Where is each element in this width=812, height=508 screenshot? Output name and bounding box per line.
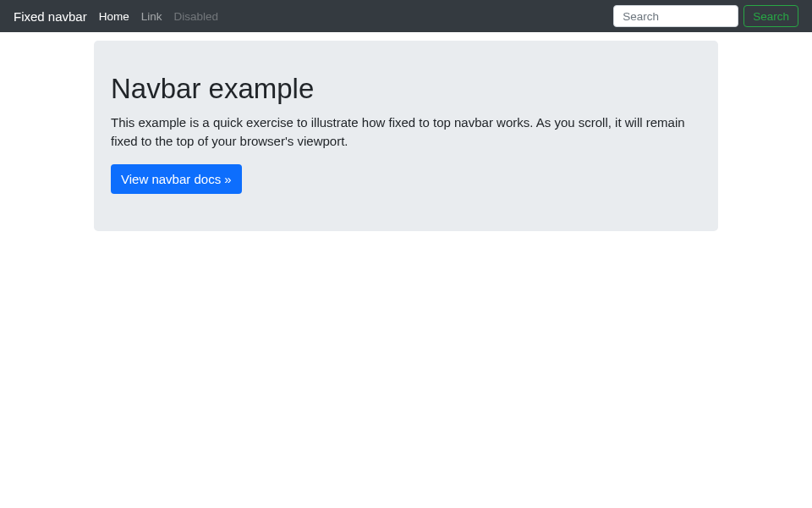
nav-link-home[interactable]: Home bbox=[99, 10, 129, 23]
navbar-right: Search bbox=[613, 5, 798, 27]
navbar-left: Fixed navbar Home Link Disabled bbox=[14, 9, 218, 24]
nav-links: Home Link Disabled bbox=[99, 10, 218, 23]
main-content: Navbar example This example is a quick e… bbox=[0, 32, 812, 231]
nav-link-disabled: Disabled bbox=[174, 10, 219, 23]
search-input[interactable] bbox=[613, 5, 738, 27]
page-title: Navbar example bbox=[111, 73, 701, 105]
view-docs-button[interactable]: View navbar docs » bbox=[111, 164, 242, 194]
page-description: This example is a quick exercise to illu… bbox=[111, 113, 701, 151]
hero-box: Navbar example This example is a quick e… bbox=[94, 41, 718, 231]
nav-link-link[interactable]: Link bbox=[141, 10, 162, 23]
search-button[interactable]: Search bbox=[743, 5, 798, 27]
navbar: Fixed navbar Home Link Disabled Search bbox=[0, 0, 812, 32]
navbar-brand[interactable]: Fixed navbar bbox=[14, 9, 87, 24]
